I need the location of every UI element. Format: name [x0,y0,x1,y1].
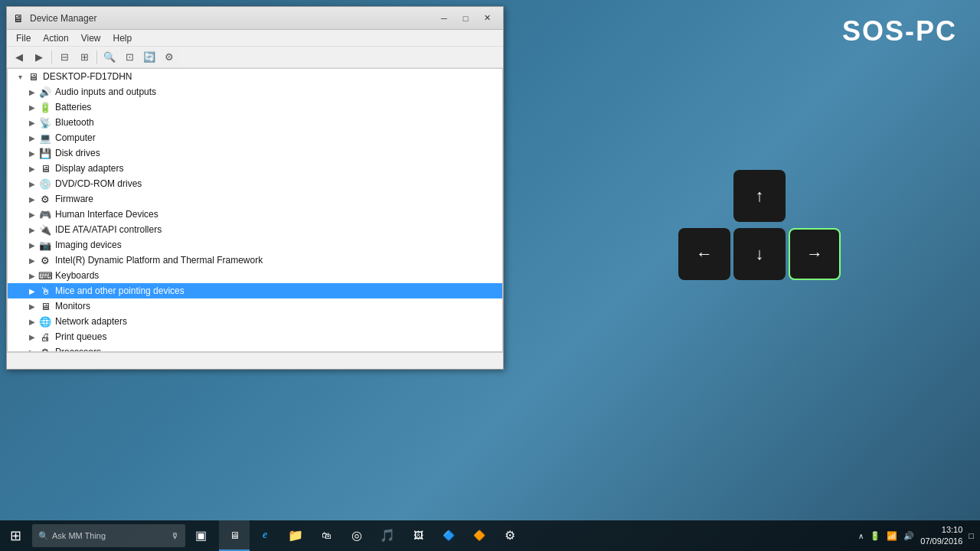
item-icon-8: 🎮 [38,207,52,221]
item-icon-15: 🌐 [38,315,52,328]
toolbar-back[interactable]: ◀ [10,48,28,67]
menu-file[interactable]: File [10,31,37,45]
item-expand-3: ▶ [26,134,38,142]
item-label-14: Monitors [55,301,90,311]
item-expand-16: ▶ [26,333,38,341]
tree-item-1[interactable]: ▶ 🔋 Batteries [8,99,502,115]
clock-date: 07/09/2016 [920,536,962,547]
item-label-2: Bluetooth [55,117,94,128]
item-expand-12: ▶ [26,272,38,280]
item-label-17: Processors [55,347,101,352]
tree-item-16[interactable]: ▶ 🖨 Print queues [8,329,502,344]
arrow-key-left[interactable]: ← [678,228,730,280]
tree-item-6[interactable]: ▶ 💿 DVD/CD-ROM drives [8,176,502,191]
tree-item-12[interactable]: ▶ ⌨ Keyboards [8,268,502,283]
item-expand-6: ▶ [26,180,38,188]
item-expand-1: ▶ [26,103,38,112]
taskbar-app-edge[interactable]: e [250,520,280,551]
taskbar-app-vs[interactable]: 🔷 [433,520,464,551]
volume-icon[interactable]: 🔊 [903,531,914,541]
item-label-9: IDE ATA/ATAPI controllers [55,224,162,235]
arrow-key-down[interactable]: ↓ [733,228,786,280]
mic-icon: 🎙 [171,531,179,540]
tree-item-2[interactable]: ▶ 📡 Bluetooth [8,115,502,130]
tree-item-10[interactable]: ▶ 📷 Imaging devices [8,237,502,253]
tree-item-3[interactable]: ▶ 💻 Computer [8,130,502,145]
taskbar-app-media[interactable]: 🎵 [372,520,403,551]
item-expand-10: ▶ [26,241,38,249]
tree-item-13[interactable]: ▶ 🖱 Mice and other pointing devices [8,283,502,298]
tree-item-11[interactable]: ▶ ⚙ Intel(R) Dynamic Platform and Therma… [8,253,502,268]
taskbar-app-store[interactable]: 🛍 [311,520,341,551]
item-icon-13: 🖱 [38,284,52,298]
item-label-0: Audio inputs and outputs [55,86,156,97]
device-tree[interactable]: ▾ 🖥 DESKTOP-FD17DHN ▶ 🔊 Audio inputs and… [7,68,503,352]
arrow-key-right[interactable]: → [789,228,841,280]
taskbar-task-view[interactable]: ▣ [185,520,216,551]
menu-view[interactable]: View [75,31,107,45]
taskbar-app-chrome[interactable]: ◎ [341,520,372,551]
item-expand-5: ▶ [26,165,38,173]
toolbar-collapse[interactable]: ⊟ [55,48,74,67]
close-button[interactable]: ✕ [477,10,497,27]
start-button[interactable]: ⊞ [0,520,31,551]
menu-help[interactable]: Help [107,31,139,45]
item-label-13: Mice and other pointing devices [55,285,185,296]
taskbar-clock[interactable]: 13:10 07/09/2016 [920,524,962,548]
maximize-button[interactable]: □ [456,10,475,27]
item-expand-11: ▶ [26,256,38,265]
toolbar-expand[interactable]: ⊞ [75,48,93,67]
explorer-icon: 📁 [288,528,303,543]
item-expand-8: ▶ [26,210,38,219]
tree-item-4[interactable]: ▶ 💾 Disk drives [8,145,502,161]
taskbar: ⊞ 🔍 Ask MM Thing 🎙 ▣ 🖥 e 📁 🛍 [0,520,980,551]
item-icon-9: 🔌 [38,223,52,236]
toolbar-forward[interactable]: ▶ [30,48,48,67]
toolbar-sep1 [51,51,52,64]
item-icon-11: ⚙ [38,253,52,267]
chevron-up-icon[interactable]: ∧ [858,532,864,540]
tree-item-15[interactable]: ▶ 🌐 Network adapters [8,314,502,329]
item-label-10: Imaging devices [55,240,122,250]
tree-item-7[interactable]: ▶ ⚙ Firmware [8,191,502,207]
tree-item-9[interactable]: ▶ 🔌 IDE ATA/ATAPI controllers [8,222,502,237]
taskbar-app-explorer[interactable]: 📁 [280,520,311,551]
item-expand-2: ▶ [26,119,38,127]
taskbar-app-vs2[interactable]: 🔶 [464,520,495,551]
search-icon: 🔍 [38,531,49,541]
item-icon-4: 💾 [38,146,52,160]
start-icon: ⊞ [10,527,21,544]
menu-action[interactable]: Action [37,31,74,45]
taskbar-search[interactable]: 🔍 Ask MM Thing 🎙 [32,524,185,547]
item-label-15: Network adapters [55,316,127,327]
item-label-8: Human Interface Devices [55,209,158,220]
item-label-11: Intel(R) Dynamic Platform and Thermal Fr… [55,255,263,266]
taskbar-app-settings2[interactable]: ⚙ [495,520,525,551]
arrow-key-up[interactable]: ↑ [733,170,786,222]
item-icon-10: 📷 [38,238,52,252]
toolbar-properties[interactable]: ⊡ [120,48,139,67]
taskbar-app-device-manager[interactable]: 🖥 [219,520,250,551]
taskbar-app-photos[interactable]: 🖼 [403,520,433,551]
tree-item-14[interactable]: ▶ 🖥 Monitors [8,298,502,314]
toolbar-update[interactable]: 🔄 [140,48,158,67]
tree-item-5[interactable]: ▶ 🖥 Display adapters [8,161,502,176]
window-controls: ─ □ ✕ [434,10,497,27]
minimize-button[interactable]: ─ [434,10,454,27]
device-manager-icon: 🖥 [230,530,240,541]
item-icon-2: 📡 [38,116,52,129]
vs2-icon: 🔶 [473,530,485,541]
notifications-icon[interactable]: □ [969,531,974,540]
tree-root[interactable]: ▾ 🖥 DESKTOP-FD17DHN [8,69,502,84]
arrow-row-bottom: ← ↓ → [677,227,842,282]
item-icon-1: 🔋 [38,100,52,114]
item-icon-5: 🖥 [38,161,52,175]
item-icon-3: 💻 [38,131,52,145]
toolbar-settings[interactable]: ⚙ [160,48,178,67]
tree-item-8[interactable]: ▶ 🎮 Human Interface Devices [8,207,502,222]
tree-item-0[interactable]: ▶ 🔊 Audio inputs and outputs [8,84,502,99]
toolbar-scan[interactable]: 🔍 [100,48,119,67]
task-view-icon: ▣ [195,528,207,543]
window-title-icon: 🖥 [13,12,25,24]
tree-item-17[interactable]: ▶ ⚙ Processors [8,344,502,352]
